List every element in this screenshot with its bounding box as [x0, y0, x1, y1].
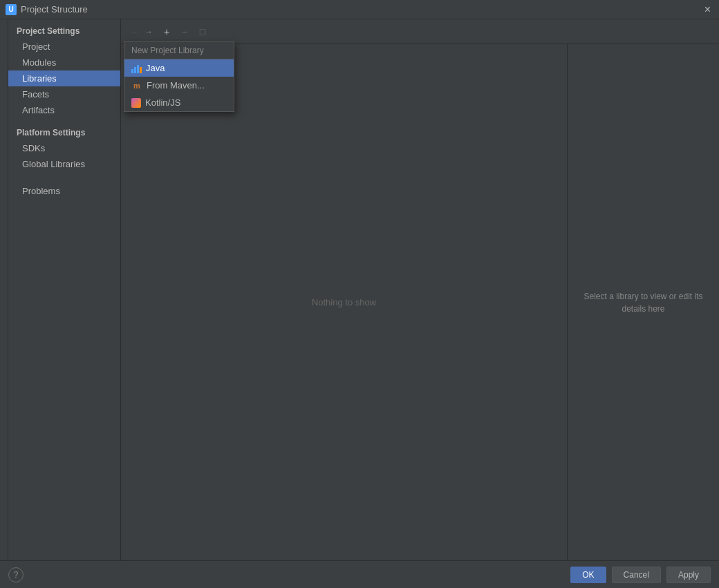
- apply-button[interactable]: Apply: [666, 567, 711, 583]
- sidebar-item-facets[interactable]: Facets: [8, 86, 120, 102]
- dropdown-header: New Project Library: [124, 42, 234, 59]
- kotlin-label: Kotlin/JS: [145, 97, 180, 108]
- right-panel: Select a library to view or edit its det…: [567, 44, 719, 560]
- maven-icon: m: [131, 82, 142, 90]
- dropdown-item-kotlin[interactable]: Kotlin/JS: [124, 94, 234, 111]
- close-button[interactable]: ×: [702, 3, 713, 17]
- add-button[interactable]: +: [158, 23, 175, 40]
- nav-arrows: ← →: [127, 26, 157, 38]
- bottom-left: ?: [8, 567, 24, 582]
- bottom-buttons: OK Cancel Apply: [570, 567, 711, 583]
- right-panel-text: Select a library to view or edit its det…: [581, 290, 705, 315]
- sidebar-item-problems[interactable]: Problems: [8, 183, 120, 199]
- sidebar-item-artifacts[interactable]: Artifacts: [8, 102, 120, 118]
- java-label: Java: [146, 63, 165, 73]
- remove-button[interactable]: −: [176, 23, 193, 40]
- project-settings-label: Project Settings: [8, 22, 120, 39]
- help-button[interactable]: ?: [8, 567, 24, 582]
- panels-row: Nothing to show Select a library to view…: [121, 44, 719, 560]
- sidebar-item-libraries[interactable]: Libraries: [8, 70, 120, 86]
- dropdown-item-java[interactable]: Java: [124, 59, 234, 77]
- sidebar-item-project[interactable]: Project: [8, 39, 120, 55]
- platform-settings-label: Platform Settings: [8, 124, 120, 140]
- toolbar: ← → + − □ New Project Library Java: [121, 19, 719, 44]
- ok-button[interactable]: OK: [570, 567, 606, 583]
- empty-text: Nothing to show: [312, 297, 376, 307]
- title-bar: U Project Structure ×: [0, 0, 719, 19]
- window-title: Project Structure: [21, 4, 88, 15]
- libraries-panel: Nothing to show: [121, 44, 567, 560]
- title-bar-left: U Project Structure: [6, 4, 88, 15]
- copy-button[interactable]: □: [194, 23, 211, 40]
- cancel-button[interactable]: Cancel: [612, 567, 661, 583]
- sidebar-item-sdks[interactable]: SDKs: [8, 140, 120, 156]
- java-icon: [131, 64, 142, 73]
- maven-label: From Maven...: [147, 80, 205, 91]
- sidebar-item-modules[interactable]: Modules: [8, 55, 120, 70]
- dropdown-menu: New Project Library Java m From Maven...: [124, 41, 234, 112]
- forward-arrow[interactable]: →: [143, 26, 154, 38]
- main-container: Project Settings Project Modules Librari…: [0, 19, 719, 560]
- left-side-panel: [0, 19, 8, 560]
- kotlin-icon: [131, 98, 141, 108]
- sidebar-item-global-libraries[interactable]: Global Libraries: [8, 156, 120, 172]
- app-icon: U: [6, 4, 17, 15]
- sidebar: Project Settings Project Modules Librari…: [8, 19, 121, 560]
- dropdown-item-maven[interactable]: m From Maven...: [124, 77, 234, 94]
- content-area: ← → + − □ New Project Library Java: [121, 19, 719, 560]
- bottom-bar: ? OK Cancel Apply: [0, 560, 719, 588]
- back-arrow[interactable]: ←: [129, 26, 140, 38]
